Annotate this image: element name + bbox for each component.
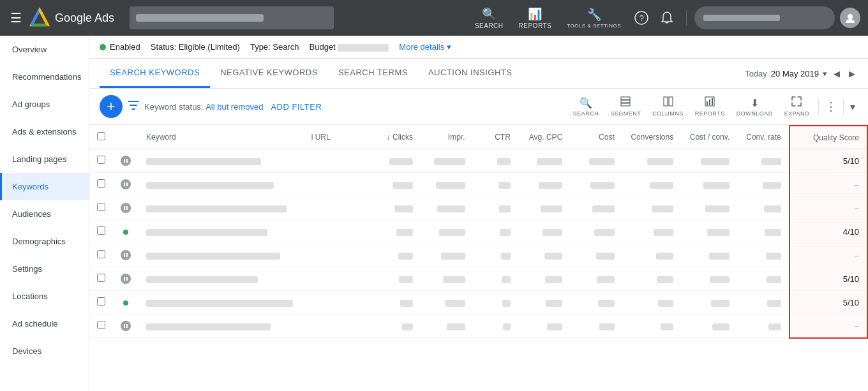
hamburger-menu-icon[interactable]: ☰ — [8, 8, 24, 28]
blurred-value — [501, 253, 511, 260]
keyword-cell — [138, 220, 304, 244]
quality-dash: – — [855, 180, 859, 189]
blurred-value — [393, 182, 413, 189]
blurred-value — [761, 158, 781, 165]
clicks-header[interactable]: ↓Clicks — [369, 126, 421, 149]
date-prev-button[interactable]: ◀ — [831, 66, 842, 81]
select-all-checkbox[interactable] — [97, 132, 105, 140]
more-toolbar-button[interactable]: ⋮ — [823, 97, 839, 116]
keyword-blurred-text — [146, 276, 258, 283]
quality-score-value: 5/10 — [843, 274, 859, 284]
reports-toolbar-button[interactable]: REPORTS — [690, 94, 730, 119]
search-toolbar-icon: 🔍 — [580, 97, 592, 109]
conv-rate-header: Conv. rate — [737, 126, 789, 149]
user-avatar-icon — [844, 12, 856, 24]
download-toolbar-button[interactable]: ⬇ DOWNLOAD — [731, 94, 778, 119]
sidebar-item-audiences[interactable]: Audiences — [0, 200, 89, 228]
quality-dash: – — [855, 203, 859, 213]
sidebar-item-ads-extensions[interactable]: Ads & extensions — [0, 118, 89, 145]
sidebar-item-devices[interactable]: Devices — [0, 337, 89, 365]
reports-nav-button[interactable]: 📊 REPORTS — [513, 4, 558, 32]
cost-cell — [570, 149, 622, 173]
row-checkbox-cell — [89, 149, 113, 173]
search-toolbar-button[interactable]: 🔍 SEARCH — [568, 94, 604, 119]
row-checkbox-cell — [89, 291, 113, 314]
sidebar-item-settings[interactable]: Settings — [0, 255, 89, 283]
main-content: Enabled Status: Eligible (Limited) Type:… — [89, 36, 868, 391]
blurred-value — [497, 158, 511, 165]
sidebar: OverviewRecommendationsAd groupsAds & ex… — [0, 36, 89, 391]
blurred-value — [539, 182, 562, 189]
row-status-cell — [113, 173, 138, 196]
date-dropdown-icon[interactable]: ▾ — [823, 69, 827, 78]
blurred-value — [650, 182, 674, 189]
sidebar-item-recommendations[interactable]: Recommendations — [0, 63, 89, 91]
row-checkbox[interactable] — [97, 179, 105, 188]
add-keyword-button[interactable]: + — [100, 95, 123, 118]
blurred-value — [764, 205, 781, 212]
url-cell — [304, 173, 369, 196]
sidebar-item-overview[interactable]: Overview — [0, 36, 89, 63]
blurred-value — [399, 276, 413, 283]
account-search-bar[interactable] — [694, 6, 835, 29]
clicks-cell — [369, 291, 421, 314]
help-button[interactable]: ? — [630, 6, 653, 29]
sidebar-item-landing-pages[interactable]: Landing pages — [0, 145, 89, 173]
conversions-cell — [622, 220, 681, 244]
expand-toolbar-button[interactable]: EXPAND — [779, 94, 814, 119]
blurred-value — [705, 205, 730, 212]
quality-score-cell: – — [789, 196, 867, 220]
row-checkbox-cell — [89, 196, 113, 220]
columns-toolbar-button[interactable]: COLUMNS — [647, 94, 689, 119]
sidebar-item-demographics[interactable]: Demographics — [0, 228, 89, 255]
blurred-value — [763, 182, 781, 189]
tools-nav-icon: 🔧 — [587, 8, 601, 22]
status-field: Status: Eligible (Limited) — [151, 42, 240, 52]
clicks-cell — [369, 149, 421, 173]
row-checkbox[interactable] — [97, 297, 105, 306]
more-details-button[interactable]: More details ▾ — [399, 42, 451, 52]
row-checkbox[interactable] — [97, 250, 105, 258]
add-filter-button[interactable]: ADD FILTER — [271, 102, 322, 112]
tab-auction-insights[interactable]: AUCTION INSIGHTS — [418, 59, 523, 88]
date-next-button[interactable]: ▶ — [846, 66, 858, 81]
blurred-value — [498, 182, 511, 189]
brand-name-label: Google Ads — [55, 11, 114, 25]
sidebar-item-locations[interactable]: Locations — [0, 283, 89, 310]
keyword-cell — [138, 149, 304, 173]
search-nav-button[interactable]: 🔍 SEARCH — [468, 4, 510, 32]
blurred-value — [398, 253, 413, 260]
row-checkbox[interactable] — [97, 274, 105, 282]
date-selector[interactable]: Today 20 May 2019 ▾ ◀ ▶ — [745, 66, 858, 81]
tab-negative-keywords[interactable]: NEGATIVE KEYWORDS — [210, 59, 328, 88]
row-checkbox[interactable] — [97, 203, 105, 211]
url-cell — [304, 267, 369, 291]
account-selector[interactable] — [130, 6, 334, 29]
notifications-button[interactable] — [655, 6, 678, 29]
sidebar-item-ad-groups[interactable]: Ad groups — [0, 91, 89, 118]
tools-nav-button[interactable]: 🔧 TOOLS & SETTINGS — [560, 5, 627, 31]
segment-toolbar-button[interactable]: SEGMENT — [605, 94, 646, 119]
toolbar-collapse-button[interactable]: ▾ — [848, 98, 858, 115]
tab-search-terms[interactable]: SEARCH TERMS — [328, 59, 418, 88]
conv-rate-cell — [737, 196, 789, 220]
row-checkbox[interactable] — [97, 156, 105, 164]
row-status-cell — [113, 267, 138, 291]
blurred-value — [596, 253, 615, 260]
svg-rect-26 — [126, 277, 128, 281]
status-paused-icon — [121, 274, 131, 284]
user-avatar-button[interactable] — [840, 8, 860, 28]
row-checkbox[interactable] — [97, 321, 105, 329]
blurred-value — [656, 253, 673, 260]
sidebar-item-ad-schedule[interactable]: Ad schedule — [0, 310, 89, 337]
blurred-value — [647, 158, 673, 165]
row-checkbox[interactable] — [97, 226, 105, 235]
sidebar-item-keywords[interactable]: Keywords — [0, 173, 89, 200]
keyword-blurred-text — [146, 182, 274, 189]
tab-search-keywords[interactable]: SEARCH KEYWORDS — [100, 59, 210, 88]
svg-rect-17 — [124, 159, 125, 163]
filter-icon[interactable] — [128, 100, 139, 114]
svg-rect-10 — [621, 103, 630, 106]
ctr-cell — [473, 244, 518, 267]
keyword-blurred-text — [146, 205, 287, 212]
